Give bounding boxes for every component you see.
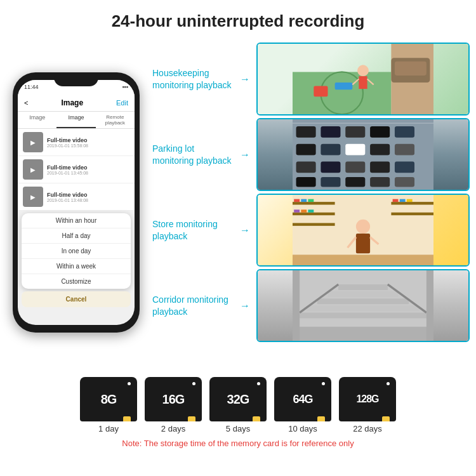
- phone-video-item-3[interactable]: ▶ Full-time video 2019-01-01 13:48:08: [18, 183, 135, 211]
- monitoring-item-housekeeping: Housekeeping monitoring playback →: [152, 43, 470, 116]
- svg-rect-15: [345, 126, 365, 138]
- phone-icons: ▪▪▪: [122, 84, 128, 90]
- phone-video-info-3: Full-time video 2019-01-01 13:48:08: [47, 192, 88, 202]
- phone-thumb-1: ▶: [23, 132, 43, 152]
- monitoring-image-store: [256, 194, 470, 267]
- monitoring-label-store: Store monitoring playback: [152, 218, 235, 241]
- monitoring-item-corridor: Corridor monitoring playback →: [152, 269, 470, 342]
- monitoring-image-housekeeping: [256, 43, 470, 116]
- phone-video-title-2: Full-time video: [47, 164, 88, 171]
- svg-rect-55: [293, 327, 433, 341]
- phone-dropdown-item-5[interactable]: Customize: [22, 274, 131, 289]
- svg-rect-34: [293, 202, 335, 204]
- phone-thumb-3: ▶: [23, 187, 43, 207]
- svg-rect-36: [293, 223, 335, 225]
- sd-label-64g: 64G: [293, 393, 312, 406]
- svg-rect-41: [301, 209, 307, 212]
- phone-notch: [54, 72, 98, 86]
- svg-rect-32: [395, 177, 414, 187]
- svg-rect-6: [359, 76, 367, 89]
- svg-rect-3: [314, 86, 327, 97]
- storage-cards: 8G 1 day 16G 2 days 32G 5 days 64G 10 da…: [80, 377, 396, 433]
- phone-nav-title: Image: [61, 98, 83, 107]
- storage-days-8g: 1 day: [98, 424, 119, 433]
- svg-rect-35: [293, 213, 335, 215]
- phone-tab-remote[interactable]: Remote playback: [96, 112, 135, 128]
- arrow-icon-corridor: →: [240, 300, 250, 312]
- phone-nav-bar: < Image Edit: [18, 94, 135, 112]
- scene-parking: [258, 119, 468, 190]
- svg-rect-43: [391, 202, 433, 204]
- phone-dropdown: Within an hour Half a day In one day Wit…: [22, 213, 131, 289]
- svg-rect-39: [308, 199, 314, 202]
- phone-thumb-2: ▶: [23, 159, 43, 180]
- svg-rect-30: [345, 177, 365, 187]
- phone-video-time-3: 2019-01-01 13:48:08: [47, 198, 88, 202]
- arrow-icon-store: →: [240, 225, 250, 236]
- svg-point-5: [357, 65, 369, 76]
- svg-rect-16: [370, 126, 390, 138]
- storage-card-32g: 32G 5 days: [209, 377, 267, 433]
- svg-rect-37: [294, 199, 300, 202]
- sd-dot-64g: [322, 382, 325, 385]
- phone-back[interactable]: <: [24, 99, 28, 107]
- phone-video-info-1: Full-time video 2019-01-01 15:58:08: [47, 137, 88, 148]
- svg-rect-22: [395, 144, 414, 155]
- sd-dot-128g: [387, 382, 390, 385]
- phone-cancel-button[interactable]: Cancel: [22, 291, 131, 307]
- svg-rect-56: [300, 313, 426, 319]
- svg-rect-38: [301, 199, 307, 202]
- svg-rect-49: [356, 234, 370, 253]
- svg-rect-18: [296, 144, 316, 155]
- svg-rect-63: [293, 270, 300, 341]
- phone-dropdown-item-2[interactable]: Half a day: [22, 228, 131, 244]
- scene-kids: [258, 44, 468, 114]
- scene-corridor: [258, 270, 468, 341]
- storage-days-64g: 10 days: [288, 424, 317, 433]
- storage-card-64g: 64G 10 days: [274, 377, 331, 433]
- svg-point-48: [356, 220, 370, 234]
- svg-rect-24: [321, 162, 340, 173]
- sd-card-8g: 8G: [80, 377, 137, 421]
- svg-rect-40: [294, 209, 300, 212]
- svg-rect-57: [307, 306, 420, 312]
- page-header: 24-hour uninterrupted recording: [0, 0, 476, 37]
- phone-nav-edit[interactable]: Edit: [116, 99, 128, 107]
- phone-dropdown-item-1[interactable]: Within an hour: [22, 213, 131, 228]
- phone-tab-image2[interactable]: Image: [56, 112, 95, 128]
- monitoring-label-housekeeping: Housekeeping monitoring playback: [152, 67, 235, 90]
- svg-rect-28: [296, 177, 316, 187]
- phone-video-item-2[interactable]: ▶ Full-time video 2019-01-01 13:45:08: [18, 156, 135, 183]
- phone-video-item-1[interactable]: ▶ Full-time video 2019-01-01 15:58:08: [18, 129, 135, 156]
- phone-container: 11:44 ▪▪▪ < Image Edit Image Image Remot…: [6, 37, 146, 367]
- phone-mockup: 11:44 ▪▪▪ < Image Edit Image Image Remot…: [13, 72, 140, 333]
- monitoring-item-parking: Parking lot monitoring playback →: [152, 118, 470, 191]
- storage-card-8g: 8G 1 day: [80, 377, 137, 433]
- storage-days-32g: 5 days: [226, 424, 250, 433]
- phone-tab-image1[interactable]: Image: [18, 112, 56, 128]
- svg-rect-64: [426, 270, 433, 341]
- sd-dot-8g: [128, 382, 131, 385]
- monitoring-image-parking: [256, 118, 470, 191]
- storage-section: 8G 1 day 16G 2 days 32G 5 days 64G 10 da…: [0, 367, 476, 453]
- sd-label-128g: 128G: [356, 393, 378, 405]
- sd-label-16g: 16G: [162, 392, 185, 407]
- storage-days-128g: 22 days: [353, 424, 382, 433]
- page-title: 24-hour uninterrupted recording: [6, 11, 470, 31]
- monitoring-label-corridor: Corridor monitoring playback: [152, 294, 235, 317]
- svg-rect-45: [393, 199, 399, 202]
- arrow-icon-parking: →: [240, 149, 250, 161]
- main-content: 11:44 ▪▪▪ < Image Edit Image Image Remot…: [0, 37, 476, 367]
- phone-dropdown-item-3[interactable]: In one day: [22, 244, 131, 259]
- monitoring-item-store: Store monitoring playback →: [152, 194, 470, 267]
- svg-rect-10: [395, 62, 426, 76]
- phone-dropdown-item-4[interactable]: Within a week: [22, 259, 131, 274]
- svg-rect-13: [296, 126, 316, 138]
- svg-rect-12: [293, 123, 433, 124]
- svg-rect-26: [370, 162, 390, 173]
- sd-label-32g: 32G: [227, 392, 249, 407]
- phone-time: 11:44: [24, 84, 39, 90]
- svg-rect-25: [345, 162, 365, 173]
- svg-rect-42: [308, 209, 314, 212]
- phone-tabs: Image Image Remote playback: [18, 112, 135, 129]
